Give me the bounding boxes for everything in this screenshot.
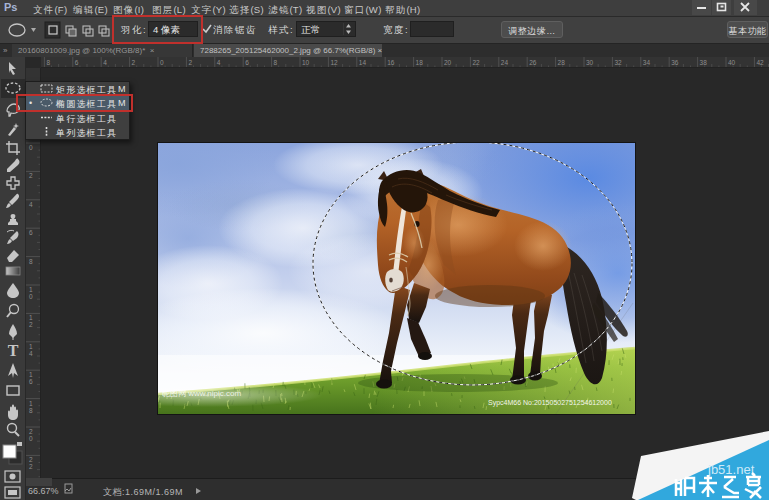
svg-text:1: 1	[29, 400, 33, 407]
svg-text:6: 6	[245, 59, 249, 66]
svg-text:42: 42	[756, 59, 764, 66]
svg-text:14: 14	[359, 59, 367, 66]
svg-text:Sypc4M66 No:201505027512546120: Sypc4M66 No:20150502751254612000	[488, 399, 612, 407]
svg-text:24: 24	[501, 59, 509, 66]
svg-text:1: 1	[29, 343, 33, 350]
svg-text:8: 8	[29, 407, 33, 414]
svg-text:2: 2	[29, 428, 33, 435]
svg-text:1: 1	[29, 314, 33, 321]
svg-text:1: 1	[29, 371, 33, 378]
svg-text:32: 32	[614, 59, 622, 66]
svg-text:16: 16	[387, 59, 395, 66]
svg-text:jb51.net: jb51.net	[707, 462, 755, 477]
svg-text:4: 4	[29, 350, 33, 357]
svg-text:30: 30	[586, 59, 594, 66]
svg-text:2: 2	[188, 59, 192, 66]
svg-text:4: 4	[217, 59, 221, 66]
svg-text:4: 4	[29, 201, 33, 208]
svg-text:40: 40	[728, 59, 736, 66]
svg-text:10: 10	[302, 59, 310, 66]
svg-text:8: 8	[29, 258, 33, 265]
svg-text:6: 6	[29, 229, 33, 236]
svg-text:36: 36	[671, 59, 679, 66]
svg-text:20: 20	[444, 59, 452, 66]
svg-text:0: 0	[160, 59, 164, 66]
svg-text:34: 34	[643, 59, 651, 66]
svg-text:0: 0	[29, 435, 33, 442]
svg-text:2: 2	[132, 59, 136, 66]
svg-text:T: T	[8, 342, 19, 359]
svg-text:2: 2	[29, 463, 33, 470]
svg-text:2: 2	[29, 172, 33, 179]
svg-text:18: 18	[416, 59, 424, 66]
svg-text:2: 2	[29, 456, 33, 463]
svg-text:8: 8	[274, 59, 278, 66]
svg-text:2: 2	[29, 321, 33, 328]
svg-text:38: 38	[700, 59, 708, 66]
svg-text:6: 6	[75, 59, 79, 66]
svg-text:28: 28	[558, 59, 566, 66]
svg-text:22: 22	[472, 59, 480, 66]
svg-text:0: 0	[29, 144, 33, 151]
svg-text:6: 6	[29, 378, 33, 385]
svg-text:8: 8	[46, 59, 50, 66]
svg-text:12: 12	[330, 59, 338, 66]
svg-text:4: 4	[103, 59, 107, 66]
svg-text:1: 1	[29, 286, 33, 293]
svg-text:昵图网 www.nipic.com: 昵图网 www.nipic.com	[162, 389, 241, 398]
svg-text:0: 0	[29, 293, 33, 300]
svg-text:26: 26	[529, 59, 537, 66]
